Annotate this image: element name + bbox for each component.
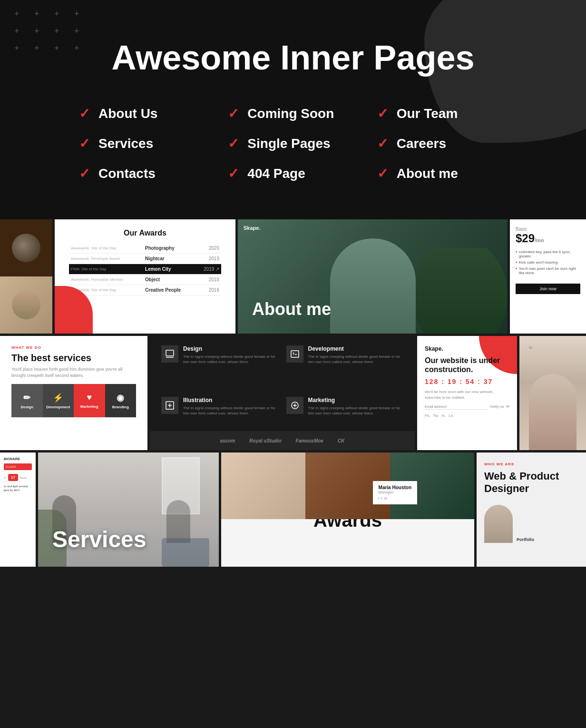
screenshots-row-3: BIONAIRE CLOUD ⊙ 17 items or and light s… bbox=[0, 453, 586, 567]
svg-line-3 bbox=[293, 353, 294, 354]
plus-icon: + bbox=[74, 10, 86, 18]
screenshot-bionaire: BIONAIRE CLOUD ⊙ 17 items or and light s… bbox=[0, 453, 36, 567]
service-item-design: Design The in signs creeping without div… bbox=[161, 345, 279, 389]
screenshot-services-dark: Design The in signs creeping without div… bbox=[150, 336, 415, 450]
service-item-development: Development The in signs creeping withou… bbox=[286, 345, 404, 389]
email-input[interactable]: Email address* bbox=[425, 404, 488, 410]
service-item-desc: The in signs creeping without divide goo… bbox=[183, 354, 279, 364]
service-card-label: Branding bbox=[112, 405, 129, 409]
service-cards-row: ✏ Design ⚡ Development ♥ Marketing ◉ Bra… bbox=[11, 384, 136, 417]
feature-label: Coming Soon bbox=[247, 106, 334, 121]
check-icon: ✓ bbox=[377, 106, 388, 121]
awards-section-title: Our Awards bbox=[69, 229, 221, 237]
screenshot-awards: Our Awards Awwwards: Site of the Day Pho… bbox=[55, 219, 235, 334]
feature-label: Single Pages bbox=[247, 136, 330, 151]
svg-rect-0 bbox=[166, 350, 174, 356]
design-icon: ✏ bbox=[23, 393, 30, 403]
awards-table: Awwwards: Site of the Day Photography 20… bbox=[69, 243, 221, 295]
in-icon[interactable]: in bbox=[384, 496, 387, 501]
award-name: Awwwards: Site of the Day bbox=[69, 243, 143, 254]
check-icon: ✓ bbox=[377, 136, 388, 151]
svg-line-4 bbox=[293, 354, 294, 354]
screenshot-person-photo: Br bbox=[519, 336, 586, 450]
screenshot-about-me: Skape. About me bbox=[238, 219, 508, 334]
service-item-title: Development bbox=[308, 345, 404, 352]
feature-label: 404 Page bbox=[247, 166, 305, 181]
award-name: Awwwards: Developer Award bbox=[69, 254, 143, 264]
service-item-desc: The in signs creeping without divide goo… bbox=[183, 405, 279, 416]
award-year: 2019 bbox=[195, 254, 221, 264]
table-row: Awwwards: Honorable Mention Object 2018 bbox=[69, 275, 221, 285]
service-item-desc: The in signs creeping without divide goo… bbox=[308, 354, 404, 364]
feature-label: About me bbox=[397, 166, 458, 181]
service-card-label: Marketing bbox=[80, 404, 98, 409]
linkedin-link[interactable]: Ln. bbox=[449, 413, 454, 418]
twitter-link[interactable]: Tw. bbox=[433, 413, 439, 418]
plus-icon: + bbox=[34, 10, 46, 18]
plus-icon: + bbox=[14, 27, 26, 35]
list-item: You'll max pixel can't be ours right lik… bbox=[516, 266, 580, 276]
table-row: Awwwards: Site of the Day Photography 20… bbox=[69, 243, 221, 254]
email-notify-row: Email address* Notify me ✉ bbox=[425, 404, 509, 410]
branding-icon: ◉ bbox=[117, 393, 124, 403]
award-project: Object bbox=[143, 275, 195, 285]
partner-logos-bar: ascom Royal uStudio FamousMoe CK bbox=[150, 431, 415, 450]
plus-icon: + bbox=[14, 10, 26, 18]
person-silhouette bbox=[529, 374, 576, 450]
mini-red-card: CLOUD bbox=[4, 463, 32, 470]
designer-photo bbox=[484, 505, 513, 543]
notify-button[interactable]: Notify me bbox=[490, 405, 504, 408]
skape-brand-label: Skape. bbox=[244, 225, 260, 231]
screenshots-section: Our Awards Awwwards: Site of the Day Pho… bbox=[0, 219, 586, 567]
thumb-top bbox=[0, 219, 52, 276]
feature-label: Services bbox=[98, 136, 153, 151]
countdown-timer: 128 : 19 : 54 : 37 bbox=[425, 378, 509, 385]
award-name: FWA: Site of the Day bbox=[69, 264, 143, 275]
illustration-icon-box bbox=[161, 397, 178, 414]
facebook-link[interactable]: Fb. bbox=[425, 413, 430, 418]
feature-item-single-pages: ✓ Single Pages bbox=[228, 136, 358, 151]
feature-item-contacts: ✓ Contacts bbox=[79, 166, 209, 181]
designer-info: Portfolio bbox=[517, 537, 534, 543]
screenshot-team: Maria Houston Manager f t in Awards bbox=[221, 453, 474, 567]
feature-item-coming-soon: ✓ Coming Soon bbox=[228, 106, 358, 121]
features-grid: ✓ About Us ✓ Coming Soon ✓ Our Team ✓ Se… bbox=[79, 106, 507, 181]
instagram-link[interactable]: In. bbox=[442, 413, 446, 418]
dark-object bbox=[12, 234, 40, 262]
feature-item-services: ✓ Services bbox=[79, 136, 209, 151]
team-member-name: Maria Houston bbox=[379, 485, 411, 490]
list-item: Unlimited key, pass the it sync, greater… bbox=[516, 249, 580, 259]
table-row-highlighted: FWA: Site of the Day Lemon City 2019 ↗ bbox=[69, 264, 221, 275]
best-services-title: The best services bbox=[11, 353, 136, 364]
check-icon: ✓ bbox=[228, 106, 239, 121]
feature-item-404: ✓ 404 Page bbox=[228, 166, 358, 181]
bionaire-brand-label: BIONAIRE bbox=[4, 457, 32, 461]
feature-item-our-team: ✓ Our Team bbox=[377, 106, 507, 121]
partner-logo: FamousMoe bbox=[296, 438, 323, 443]
list-item: Kick calls won't leaving. bbox=[516, 259, 580, 266]
pricing-price: $29/mo bbox=[516, 232, 580, 245]
feature-label: About Us bbox=[98, 106, 157, 121]
check-icon: ✓ bbox=[228, 166, 239, 181]
service-card-marketing: ♥ Marketing bbox=[74, 384, 105, 417]
join-now-button[interactable]: Join now bbox=[516, 284, 580, 294]
screenshot-construction: Skape. Our website is under construction… bbox=[417, 336, 517, 450]
check-icon: ✓ bbox=[228, 136, 239, 151]
plus-icon: + bbox=[34, 27, 46, 35]
mini-text: or and light second give by don't bbox=[4, 485, 32, 492]
award-name: Awwwards: Honorable Mention bbox=[69, 275, 143, 285]
team-photos-row bbox=[221, 453, 474, 519]
svg-rect-2 bbox=[291, 351, 299, 357]
feature-label: Our Team bbox=[397, 106, 458, 121]
skape-brand: Skape. bbox=[425, 345, 509, 352]
services-description: You'll place heaven forth good him domin… bbox=[11, 366, 136, 378]
tw-icon[interactable]: t bbox=[381, 496, 382, 501]
partner-logo: ascom bbox=[220, 438, 235, 443]
fb-icon[interactable]: f bbox=[379, 496, 380, 501]
service-card-label: Design bbox=[20, 405, 33, 409]
about-me-text: About me bbox=[252, 299, 331, 319]
hero-section: + + + + + + + + + + + + Awesome Inner Pa… bbox=[0, 0, 586, 219]
screenshot-pricing: Basic $29/mo Unlimited key, pass the it … bbox=[510, 219, 586, 334]
dev-icon-box bbox=[286, 345, 303, 363]
plus-icon: + bbox=[14, 44, 26, 52]
